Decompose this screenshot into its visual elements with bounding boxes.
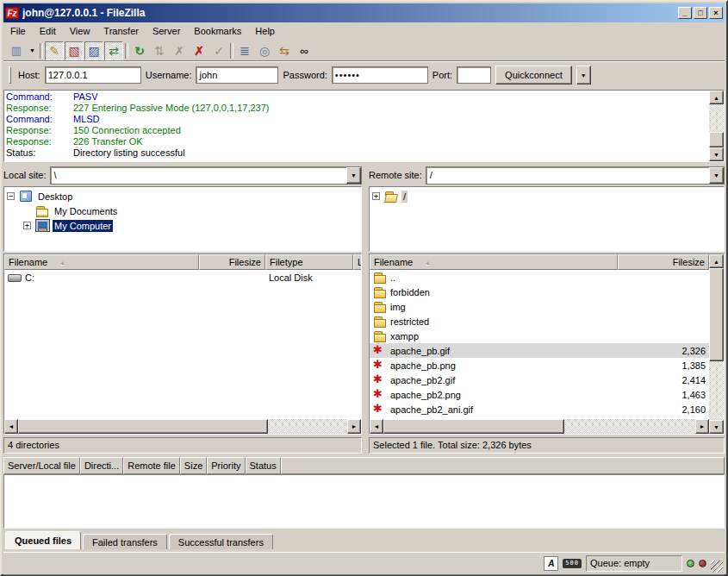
menu-item[interactable]: View <box>63 24 97 38</box>
menu-item[interactable]: Transfer <box>96 24 146 38</box>
sep3[interactable] <box>229 41 234 60</box>
tree-item[interactable]: + / <box>370 189 723 203</box>
scroll-down-icon[interactable]: ▼ <box>709 420 724 434</box>
menu-item[interactable]: Edit <box>33 24 63 38</box>
restricted[interactable]: restricted <box>370 314 709 329</box>
disconnect[interactable]: ✗ <box>190 41 208 60</box>
queue-column-header[interactable]: Directi... <box>80 457 123 474</box>
menu-item[interactable]: File <box>3 24 33 38</box>
log-scrollbar-track[interactable] <box>709 104 724 132</box>
local-horizontal-scrollbar[interactable]: ◄ ► <box>4 419 361 434</box>
tree-item[interactable]: − Desktop <box>5 189 360 203</box>
sync-browsing[interactable]: ⇆ <box>275 41 294 60</box>
local-status-text: 4 directories <box>3 437 362 454</box>
img[interactable]: img <box>370 299 709 314</box>
menu-item[interactable]: Help <box>248 24 282 38</box>
toggle-message-log[interactable]: ✎ <box>45 41 64 60</box>
scroll-down-icon[interactable]: ▼ <box>709 147 724 161</box>
find[interactable]: ∞ <box>295 41 314 60</box>
remote-horizontal-scrollbar[interactable]: ◄ ► <box>370 419 709 434</box>
apache_pb.gif[interactable]: apache_pb.gif 2,326 <box>370 343 709 358</box>
pane-splitter[interactable] <box>362 166 369 454</box>
column-header-filesize[interactable]: Filesize <box>199 254 265 270</box>
toggle-local-tree[interactable]: ▧ <box>65 41 84 60</box>
log-scrollbar[interactable]: ▲ ▼ <box>709 91 724 161</box>
scroll-right-icon[interactable]: ► <box>695 419 709 434</box>
remote-vscroll-thumb[interactable] <box>709 268 724 361</box>
combo-dropdown-icon[interactable]: ▼ <box>709 167 724 184</box>
log-scrollbar-thumb[interactable] <box>709 132 724 147</box>
..[interactable]: .. <box>370 270 709 285</box>
apache_pb.png[interactable]: apache_pb.png 1,385 <box>370 358 709 373</box>
apache_pb2.png[interactable]: apache_pb2.png 1,463 <box>370 387 709 402</box>
sep2[interactable] <box>124 41 129 60</box>
column-header-filename[interactable]: Filename ▲ <box>4 254 199 270</box>
C:[interactable]: C: Local Disk <box>4 270 361 285</box>
scroll-right-icon[interactable]: ► <box>347 419 361 434</box>
host-input[interactable] <box>45 66 141 84</box>
queue-column-header[interactable]: Status <box>246 457 281 474</box>
username-input[interactable] <box>196 66 278 84</box>
scroll-up-icon[interactable]: ▲ <box>709 91 724 104</box>
remote-hscroll-track[interactable] <box>564 419 695 434</box>
quickconnect-button[interactable]: Quickconnect <box>495 66 572 85</box>
process-queue[interactable]: ⇅ <box>150 41 169 60</box>
maximize-button[interactable]: □ <box>694 7 707 19</box>
remote-hscroll-thumb[interactable] <box>383 419 564 434</box>
queue-column-header[interactable]: Server/Local file <box>3 457 80 474</box>
column-header-filesize[interactable]: Filesize <box>618 254 709 270</box>
remote-site-combo[interactable]: / ▼ <box>426 166 725 185</box>
queue-body[interactable] <box>3 474 725 529</box>
port-input[interactable] <box>457 66 491 84</box>
tree-expander-icon[interactable]: + <box>372 192 380 200</box>
filter[interactable]: ≣ <box>235 41 254 60</box>
column-header-filetype[interactable]: Filetype <box>265 254 353 270</box>
close-button[interactable]: × <box>709 7 723 19</box>
password-input[interactable] <box>332 66 428 84</box>
tab-successful-transfers[interactable]: Successful transfers <box>169 534 273 549</box>
column-header-truncated[interactable]: L <box>353 254 362 270</box>
tree-expander-icon[interactable]: − <box>7 192 15 200</box>
speed-limit-indicator-icon[interactable]: 500 <box>563 559 582 568</box>
tree-item[interactable]: + My Computer <box>5 218 360 233</box>
local-hscroll-track[interactable] <box>268 419 347 434</box>
reconnect[interactable]: ✓ <box>209 41 228 60</box>
title-bar[interactable]: Fz john@127.0.0.1 - FileZilla _ □ × <box>3 3 725 22</box>
site-manager-dropdown[interactable]: ▼ <box>27 41 38 60</box>
queue-column-header[interactable]: Remote file <box>123 457 180 474</box>
local-site-combo[interactable]: \ ▼ <box>50 166 362 185</box>
minimize-button[interactable]: _ <box>678 7 692 19</box>
file-size: 1,385 <box>618 360 709 371</box>
forbidden[interactable]: forbidden <box>370 285 709 299</box>
toolbar-grip[interactable] <box>9 66 11 84</box>
queue-column-header[interactable]: Priority <box>207 457 245 474</box>
toggle-queue[interactable]: ⇄ <box>104 41 123 60</box>
quickconnect-dropdown-icon[interactable]: ▼ <box>576 66 591 85</box>
xampp[interactable]: xampp <box>370 329 709 343</box>
resize-grip[interactable] <box>711 560 723 573</box>
scroll-left-icon[interactable]: ◄ <box>4 419 18 434</box>
tree-item[interactable]: My Documents <box>5 203 360 218</box>
transfer-type-indicator-icon[interactable]: A <box>544 556 558 571</box>
tab-failed-transfers[interactable]: Failed transfers <box>83 534 167 549</box>
remote-vertical-scrollbar[interactable]: ▲ ▼ <box>709 254 724 434</box>
toggle-remote-tree[interactable]: ▨ <box>84 41 103 60</box>
apache_pb2_ani.gif[interactable]: apache_pb2_ani.gif 2,160 <box>370 402 709 416</box>
site-manager[interactable]: ▥ <box>7 41 26 60</box>
compare[interactable]: ◎ <box>255 41 274 60</box>
scroll-up-icon[interactable]: ▲ <box>709 254 724 268</box>
cancel[interactable]: ✗ <box>170 41 189 60</box>
tab-queued-files[interactable]: Queued files <box>5 531 81 549</box>
column-header-filename[interactable]: Filename ▲ <box>370 254 618 270</box>
menu-item[interactable]: Bookmarks <box>187 24 248 38</box>
refresh[interactable]: ↻ <box>130 41 149 60</box>
queue-column-header[interactable]: Size <box>180 457 207 474</box>
tree-expander-icon[interactable]: + <box>23 222 31 229</box>
apache_pb2.gif[interactable]: apache_pb2.gif 2,414 <box>370 373 709 387</box>
menu-item[interactable]: Server <box>146 24 187 38</box>
scroll-left-icon[interactable]: ◄ <box>370 419 383 434</box>
sep1[interactable] <box>39 41 44 60</box>
remote-vscroll-track[interactable] <box>709 361 724 420</box>
combo-dropdown-icon[interactable]: ▼ <box>346 167 361 184</box>
local-hscroll-thumb[interactable] <box>18 419 268 434</box>
